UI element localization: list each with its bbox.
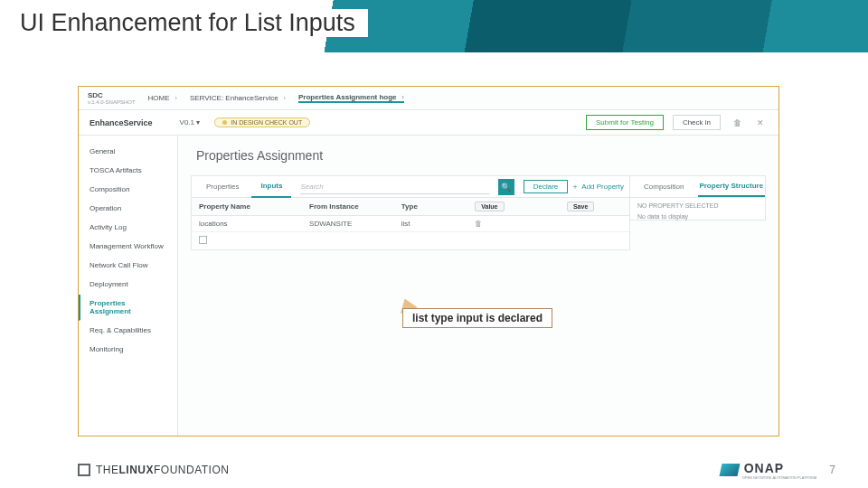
chevron-right-icon: › <box>175 95 177 101</box>
side-nav: General TOSCA Artifacts Composition Oper… <box>79 136 178 436</box>
sidebar-item-monitoring[interactable]: Monitoring <box>79 341 177 359</box>
lf-wordmark: THELINUXFOUNDATION <box>96 464 229 476</box>
row-footer <box>192 232 629 249</box>
breadcrumb-bar: SDC v.1.4.0-SNAPSHOT HOME › SERVICE: Enh… <box>79 87 778 110</box>
linux-foundation-logo: THELINUXFOUNDATION <box>78 464 229 476</box>
check-in-button[interactable]: Check in <box>673 115 721 130</box>
declare-button[interactable]: Declare <box>524 180 569 193</box>
tab-inputs[interactable]: Inputs <box>251 176 291 198</box>
app-frame: SDC v.1.4.0-SNAPSHOT HOME › SERVICE: Enh… <box>78 86 779 436</box>
callout-box: list type input is declared <box>402 308 552 328</box>
content-area: Properties Assignment Properties Inputs … <box>178 136 778 436</box>
close-icon[interactable]: ✕ <box>753 116 768 130</box>
sidebar-item-tosca-artifacts[interactable]: TOSCA Artifacts <box>79 162 177 180</box>
design-status-pill: IN DESIGN CHECK OUT <box>214 117 310 127</box>
brand-line2: v.1.4.0-SNAPSHOT <box>88 99 136 105</box>
page-heading: Properties Assignment <box>196 148 766 163</box>
properties-right-pane: Composition Property Structure NO PROPER… <box>630 175 766 221</box>
sidebar-item-general[interactable]: General <box>79 143 177 161</box>
breadcrumb-service[interactable]: SERVICE: EnhanceService › <box>190 94 286 102</box>
breadcrumb-home[interactable]: HOME › <box>148 94 177 102</box>
search-input[interactable]: Search <box>300 180 488 194</box>
service-name: EnhanceService <box>90 118 153 127</box>
status-dot-icon <box>222 120 227 125</box>
sidebar-item-operation[interactable]: Operation <box>79 200 177 218</box>
value-header-button[interactable]: Value <box>475 202 504 211</box>
trash-icon[interactable]: 🗑 <box>475 220 482 228</box>
chevron-right-icon: › <box>284 95 286 101</box>
cell-property-name: locations <box>199 220 309 228</box>
breadcrumb-current[interactable]: Properties Assignment hoge › <box>298 93 404 103</box>
cell-value: 🗑 <box>475 220 567 228</box>
table-header: Property Name From Instance Type Value S… <box>192 198 629 216</box>
save-header-button[interactable]: Save <box>567 202 594 211</box>
app-brand: SDC v.1.4.0-SNAPSHOT <box>88 92 136 105</box>
sidebar-item-deployment[interactable]: Deployment <box>79 276 177 294</box>
brand-line1: SDC <box>88 92 136 99</box>
right-tabs: Composition Property Structure <box>630 176 765 198</box>
cell-from-instance: SDWANSITE <box>309 220 401 228</box>
sidebar-item-req-capabilities[interactable]: Req. & Capabilities <box>79 322 177 340</box>
tab-properties[interactable]: Properties <box>197 176 248 198</box>
no-property-selected-label: NO PROPERTY SELECTED <box>630 198 765 213</box>
sidebar-item-activity-log[interactable]: Activity Log <box>79 219 177 237</box>
no-data-label: No data to display <box>630 213 765 220</box>
service-action-bar: EnhanceService V0.1 ▾ IN DESIGN CHECK OU… <box>79 110 778 136</box>
sidebar-item-management-workflow[interactable]: Management Workflow <box>79 238 177 256</box>
slide-title: UI Enhancement for List Inputs <box>20 9 368 37</box>
sidebar-item-composition[interactable]: Composition <box>79 181 177 199</box>
sidebar-item-properties-assignment[interactable]: Properties Assignment <box>79 295 177 321</box>
version-selector[interactable]: V0.1 ▾ <box>180 118 201 127</box>
tab-composition[interactable]: Composition <box>630 176 698 197</box>
plus-icon: ＋ <box>571 182 579 192</box>
page-number: 7 <box>829 464 835 476</box>
slide-footer: THELINUXFOUNDATION ONAP OPEN NETWORK AUT… <box>0 452 868 488</box>
lf-square-icon <box>78 464 90 476</box>
delete-icon[interactable]: 🗑 <box>730 116 744 130</box>
col-property-name: Property Name <box>199 202 309 211</box>
onap-logo: ONAP OPEN NETWORK AUTOMATION PLATFORM <box>721 461 817 480</box>
onap-mark-icon <box>719 464 740 476</box>
tab-property-structure[interactable]: Property Structure <box>698 176 766 197</box>
panel-tabs-row: Properties Inputs Search 🔍 Declare ＋ Add… <box>192 176 629 198</box>
cell-type: list <box>401 220 475 228</box>
sidebar-item-network-call-flow[interactable]: Network Call Flow <box>79 257 177 275</box>
submit-for-testing-button[interactable]: Submit for Testing <box>586 115 664 130</box>
col-type: Type <box>401 202 475 211</box>
search-icon[interactable]: 🔍 <box>498 179 514 195</box>
col-from-instance: From Instance <box>309 202 401 211</box>
properties-left-pane: Properties Inputs Search 🔍 Declare ＋ Add… <box>191 175 630 250</box>
properties-panel: Properties Inputs Search 🔍 Declare ＋ Add… <box>191 175 766 250</box>
chevron-right-icon: › <box>402 94 404 100</box>
add-property-link[interactable]: ＋ Add Property <box>571 182 624 192</box>
onap-wordmark: ONAP <box>744 461 817 475</box>
table-row[interactable]: locations SDWANSITE list 🗑 <box>192 216 629 232</box>
slide-header: UI Enhancement for List Inputs <box>0 0 868 52</box>
row-checkbox[interactable] <box>199 236 207 244</box>
onap-subtitle: OPEN NETWORK AUTOMATION PLATFORM <box>742 475 817 480</box>
